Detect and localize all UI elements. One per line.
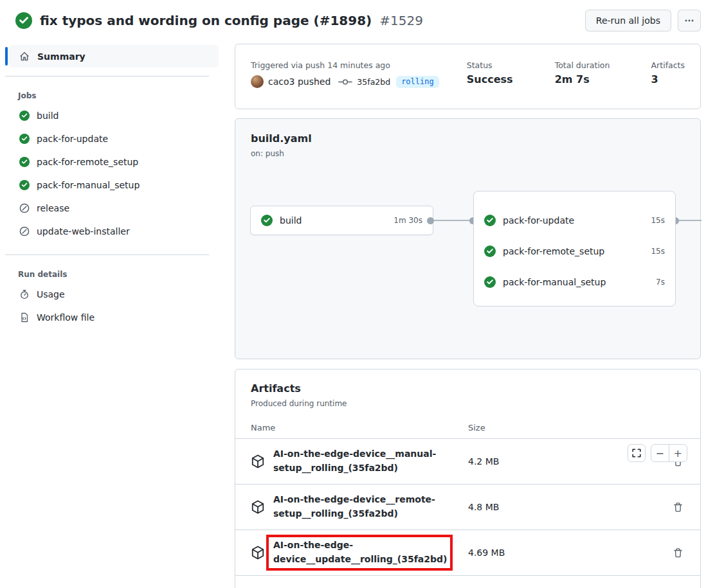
check-circle-icon [484, 215, 496, 226]
home-icon [19, 51, 30, 62]
artifacts-subtitle: Produced during runtime [251, 399, 685, 408]
artifact-name-link[interactable]: AI-on-the-edge-device__update__rolling_(… [273, 540, 447, 564]
sidebar-divider [5, 76, 209, 76]
sidebar-item-workflow-file[interactable]: Workflow file [19, 306, 219, 329]
duration-value: 2m 7s [555, 73, 651, 85]
artifact-size: 4.69 MB [468, 548, 629, 558]
branch-badge[interactable]: rolling [396, 76, 439, 88]
skipped-circle-icon [19, 203, 30, 213]
graph-node-build[interactable]: build 1m 30s [250, 206, 433, 235]
delete-artifact-button[interactable] [671, 501, 685, 514]
annotation-red-box: AI-on-the-edge-device__update__rolling_(… [266, 535, 453, 570]
sidebar-job-pack-for-remote-setup[interactable]: pack-for-remote_setup [19, 150, 219, 174]
check-circle-icon [484, 245, 496, 257]
artifacts-table-header: Name Size [235, 416, 700, 439]
artifact-name-link[interactable]: AI-on-the-edge-device__remote-setup__rol… [273, 493, 455, 521]
sidebar-item-summary[interactable]: Summary [9, 45, 219, 67]
run-header: fix typos and wording on config page (#1… [0, 0, 706, 35]
check-circle-icon [19, 134, 30, 144]
artifacts-count-label: Artifacts [651, 60, 685, 70]
graph-node-pack-for-update[interactable]: pack-for-update 15s [474, 205, 675, 236]
run-summary-card: Triggered via push 14 minutes ago caco3 … [235, 44, 701, 109]
graph-job-group: pack-for-update 15s pack-for-remote_setu… [473, 191, 676, 307]
commit-sha-link[interactable]: 35fa2bd [357, 77, 390, 87]
delete-artifact-button[interactable] [671, 546, 685, 560]
graph-node-duration: 1m 30s [394, 216, 422, 225]
zoom-control: − + [651, 444, 687, 462]
rerun-all-jobs-button[interactable]: Re-run all jobs [585, 10, 671, 31]
graph-node-duration: 15s [651, 247, 665, 256]
sidebar-job-pack-for-manual-setup[interactable]: pack-for-manual_setup [19, 174, 219, 197]
jobs-section-header: Jobs [18, 91, 219, 100]
graph-node-label: pack-for-manual_setup [503, 277, 606, 287]
run-number: #1529 [379, 13, 423, 28]
check-circle-icon [19, 157, 30, 167]
sidebar-job-release[interactable]: release [19, 197, 219, 220]
package-icon [251, 546, 265, 560]
artifact-row: AI-on-the-edge-device__remote-setup__rol… [235, 485, 700, 530]
column-header-size: Size [468, 423, 485, 432]
zoom-out-button[interactable]: − [651, 445, 669, 461]
graph-node-label: pack-for-remote_setup [503, 246, 604, 256]
run-details-label: Workflow file [37, 312, 95, 323]
check-circle-icon [484, 276, 496, 288]
actor-pushed-text[interactable]: caco3 pushed [268, 76, 330, 87]
workflow-trigger: on: push [251, 149, 685, 158]
trash-icon [673, 502, 683, 513]
artifacts-card: Artifacts Produced during runtime Name S… [235, 369, 701, 588]
artifacts-count-value: 3 [651, 73, 685, 85]
fullscreen-icon [631, 448, 642, 458]
skipped-circle-icon [19, 226, 30, 236]
avatar[interactable] [251, 75, 264, 88]
workflow-file-icon [19, 312, 30, 323]
page-title: fix typos and wording on config page (#1… [40, 13, 372, 28]
sidebar: Summary Jobs build pack-for-update pack-… [5, 35, 219, 588]
artifacts-title: Artifacts [251, 382, 685, 395]
more-options-button[interactable] [678, 10, 701, 31]
job-label: pack-for-manual_setup [37, 180, 140, 190]
graph-node-label: pack-for-update [503, 215, 574, 226]
status-value: Success [467, 73, 555, 85]
graph-node-pack-for-remote-setup[interactable]: pack-for-remote_setup 15s [474, 236, 675, 267]
commit-icon [338, 77, 352, 87]
active-accent-bar [5, 47, 8, 66]
check-circle-icon [19, 180, 30, 190]
sidebar-job-build[interactable]: build [19, 104, 219, 127]
sidebar-divider [5, 254, 209, 255]
sidebar-job-pack-for-update[interactable]: pack-for-update [19, 127, 219, 150]
job-label: pack-for-update [37, 134, 108, 144]
workflow-graph-card: build.yaml on: push build 1m 30s pack-fo… [235, 118, 701, 359]
trigger-text: Triggered via push 14 minutes ago [251, 60, 467, 70]
run-details-section-header: Run details [18, 270, 219, 279]
connector-line [676, 220, 701, 221]
sidebar-item-usage[interactable]: Usage [19, 283, 219, 306]
status-label: Status [467, 60, 555, 70]
job-label: update-web-installer [37, 226, 130, 236]
check-circle-icon [19, 111, 30, 121]
job-label: build [37, 111, 59, 121]
workflow-file-name: build.yaml [251, 132, 685, 145]
connector-line [431, 220, 474, 221]
package-icon [251, 454, 265, 468]
check-circle-icon [261, 215, 273, 226]
fullscreen-button[interactable] [628, 444, 646, 462]
sidebar-summary-label: Summary [37, 51, 86, 62]
package-icon [251, 500, 265, 514]
job-label: release [37, 203, 69, 213]
check-circle-icon [15, 12, 32, 29]
connector-dot [427, 217, 434, 224]
sidebar-job-update-web-installer[interactable]: update-web-installer [19, 220, 219, 243]
artifact-size: 4.8 MB [468, 502, 629, 512]
job-label: pack-for-remote_setup [37, 157, 138, 167]
kebab-icon [684, 15, 694, 26]
artifact-row: AI-on-the-edge-device__update__rolling_(… [235, 530, 700, 576]
zoom-in-button[interactable]: + [669, 445, 687, 461]
graph-node-label: build [280, 215, 302, 226]
run-details-label: Usage [37, 289, 65, 299]
artifact-size: 4.2 MB [468, 456, 629, 467]
graph-node-duration: 15s [651, 216, 665, 225]
trash-icon [673, 548, 683, 558]
graph-node-pack-for-manual-setup[interactable]: pack-for-manual_setup 7s [474, 267, 675, 298]
duration-label: Total duration [555, 60, 651, 70]
artifact-name-link[interactable]: AI-on-the-edge-device__manual-setup__rol… [273, 447, 455, 475]
